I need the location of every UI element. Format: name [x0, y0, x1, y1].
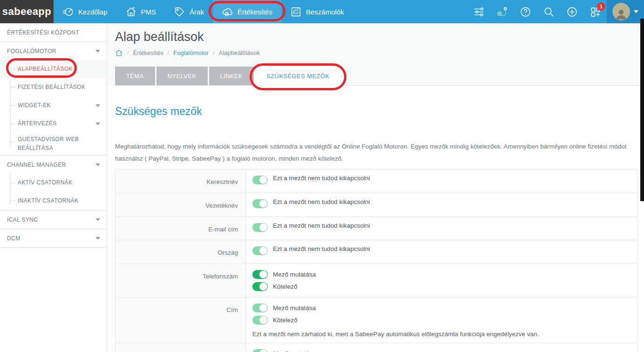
sidebar-item-fizetesi-beallitasok[interactable]: FIZETÉSI BEÁLLÍTÁSOK — [0, 78, 107, 96]
avatar — [612, 3, 630, 20]
sidebar-item-label: CHANNEL MANAGER — [7, 162, 66, 168]
toggle-switch[interactable] — [252, 304, 268, 312]
tab-linkek[interactable]: LINKEK — [209, 67, 254, 85]
table-row: Cím Mező mutatása Kötelező Ezt a mezőt n… — [115, 298, 637, 343]
page-title: Alap beállítások — [115, 30, 644, 44]
sidebar-item-widget-ek[interactable]: WIDGET-EK — [0, 96, 107, 115]
tab-szukseges-mezok[interactable]: SZÜKSÉGES MEZŐK — [255, 67, 340, 86]
field-settings: Ezt a mezőt nem tudod kikapcsolni — [246, 217, 637, 240]
field-settings: Ezt a mezőt nem tudod kikapcsolni — [246, 169, 637, 193]
toggle-switch[interactable] — [252, 223, 268, 232]
chevron-down-icon — [95, 237, 100, 240]
breadcrumb-link[interactable]: Foglalómotor — [173, 49, 209, 56]
sidebar-item-label: GUESTADVISOR WEB BEÁLLÍTÁSA — [18, 135, 100, 152]
tab-label: NYELVEK — [168, 73, 197, 80]
sidebar-item-ertekesitesi-kozpont[interactable]: ÉRTÉKESÍTÉSI KÖZPONT — [0, 23, 107, 41]
toggle-label: Mező mutatása — [273, 305, 316, 311]
toggle-label: Ezt a mezőt nem tudod kikapcsolni — [273, 175, 370, 182]
sidebar-item-label: AKTÍV CSATORNÁK — [18, 178, 73, 187]
toggle-line: Ezt a mezőt nem tudod kikapcsolni — [252, 244, 630, 257]
home-icon[interactable] — [115, 49, 123, 57]
section-heading: Szükséges mezők — [115, 105, 644, 118]
chevron-down-icon — [95, 218, 100, 221]
filter-sliders-icon[interactable] — [467, 0, 490, 23]
field-settings: Mező mutatása Kötelező Ezt a mezőt nem z… — [246, 298, 637, 343]
toggle-line: Ezt a mezőt nem tudod kikapcsolni — [252, 197, 630, 210]
sidebar-item-guestadvisor-web-beallitasa[interactable]: GUESTADVISOR WEB BEÁLLÍTÁSA — [0, 133, 107, 155]
breadcrumb-item[interactable]: Értékesítés — [133, 49, 163, 56]
nav-item-label: Kezdőlap — [78, 8, 108, 16]
page-header: Alap beállítások / Értékesítés / Foglaló… — [107, 23, 644, 86]
field-label: Telefonszám — [115, 264, 246, 297]
toggle-line: Kötelező — [252, 280, 630, 292]
sidebar-item-aktiv-csatornak[interactable]: AKTÍV CSATORNÁK — [0, 174, 107, 192]
toggle-line: Ezt a mezőt nem tudod kikapcsolni — [252, 174, 630, 186]
sidebar-item-label: INAKTÍV CSATORNÁK — [18, 196, 78, 205]
nav-item-arak[interactable]: Árak — [165, 0, 213, 23]
nav-item-kezdolap[interactable]: Kezdőlap — [54, 0, 116, 23]
toggle-label: Kötelező — [273, 317, 298, 324]
chevron-down-icon — [634, 10, 638, 13]
sidebar-item-alapbeallitasok[interactable]: ALAPBEÁLLÍTÁSOK — [0, 60, 107, 78]
sidebar-item-label: DCM — [7, 235, 20, 242]
nav-item-ertekesites[interactable]: Értékesítés — [213, 0, 281, 23]
price-tag-icon — [174, 6, 185, 18]
required-fields-table: Keresztnév Ezt a mezőt nem tudod kikapcs… — [115, 169, 637, 352]
content-area: Alap beállítások / Értékesítés / Foglaló… — [107, 23, 644, 352]
scrollbar-thumb[interactable] — [640, 19, 644, 201]
toggle-line: Kötelező — [252, 314, 630, 326]
nav-item-beszamolok[interactable]: Beszámolók — [281, 0, 353, 23]
toggle-switch[interactable] — [252, 349, 268, 352]
help-icon[interactable] — [514, 0, 537, 23]
notification-badge: 1 — [597, 2, 605, 11]
breadcrumb: / Értékesítés / Foglalómotor / Alapbeáll… — [115, 49, 644, 57]
field-settings: Ezt a mezőt nem tudod kikapcsolni — [246, 240, 637, 264]
tab-label: SZÜKSÉGES MEZŐK — [266, 73, 329, 80]
sidebar-item-dcm[interactable]: DCM — [0, 229, 107, 247]
toggle-switch[interactable] — [252, 282, 268, 291]
toggle-switch[interactable] — [252, 316, 268, 325]
chevron-down-icon — [95, 163, 100, 166]
table-row: Ország Ezt a mezőt nem tudod kikapcsolni — [115, 240, 637, 264]
toggle-line: Mező mutatása — [252, 347, 630, 352]
user-menu[interactable] — [607, 0, 644, 23]
add-icon[interactable] — [560, 0, 583, 23]
nav-item-label: Értékesítés — [237, 8, 272, 16]
apps-icon[interactable]: 1 — [583, 0, 607, 23]
sidebar-item-channel-manager[interactable]: CHANNEL MANAGER — [0, 156, 107, 174]
tab-nyelvek[interactable]: NYELVEK — [156, 67, 208, 85]
toggle-switch[interactable] — [252, 246, 268, 255]
field-label: Város — [115, 343, 246, 352]
tab-tema[interactable]: TÉMA — [115, 67, 155, 85]
toggle-switch[interactable] — [252, 176, 268, 184]
breadcrumb-separator: / — [127, 49, 129, 56]
nav-item-pms[interactable]: PMS — [116, 0, 165, 23]
toggle-label: Kötelező — [273, 283, 298, 290]
sidebar-item-inaktiv-csatornak[interactable]: INAKTÍV CSATORNÁK — [0, 192, 107, 210]
table-row: E-mail cím Ezt a mezőt nem tudod kikapcs… — [115, 217, 637, 240]
sidebar-item-label: ÁRTERVEZÉS — [18, 119, 57, 128]
breadcrumb-separator: / — [168, 49, 169, 56]
sidebar: ÉRTÉKESÍTÉSI KÖZPONT FOGLALÓMOTOR ALAPBE… — [0, 23, 107, 352]
field-settings: Ezt a mezőt nem tudod kikapcsolni — [246, 193, 637, 217]
report-chart-icon — [290, 6, 302, 18]
toggle-label: Mező mutatása — [273, 350, 316, 352]
sidebar-item-label: WIDGET-EK — [18, 101, 51, 110]
nav-item-label: Árak — [190, 8, 204, 16]
toggle-switch[interactable] — [252, 199, 268, 208]
navbar-spacer — [353, 0, 467, 23]
toggle-switch[interactable] — [252, 270, 268, 279]
sidebar-item-foglalomotor[interactable]: FOGLALÓMOTOR — [0, 42, 107, 60]
tab-label: LINKEK — [220, 73, 243, 80]
route-map-icon[interactable] — [490, 0, 514, 23]
field-label: Ország — [115, 240, 246, 264]
chevron-down-icon — [95, 122, 100, 125]
sidebar-item-artervezes[interactable]: ÁRTERVEZÉS — [0, 115, 107, 133]
sidebar-item-label: ALAPBEÁLLÍTÁSOK — [18, 65, 73, 74]
table-row: Vezetéknév Ezt a mezőt nem tudod kikapcs… — [115, 193, 637, 217]
sidebar-item-ical-sync[interactable]: ICAL SYNC — [0, 210, 107, 229]
search-icon[interactable] — [537, 0, 560, 23]
field-note: Ezt a mezőt nem zárhatod ki, mert a Sabe… — [252, 331, 630, 338]
sidebar-divider — [0, 247, 107, 248]
app-logo[interactable]: sabeeapp — [0, 0, 54, 23]
